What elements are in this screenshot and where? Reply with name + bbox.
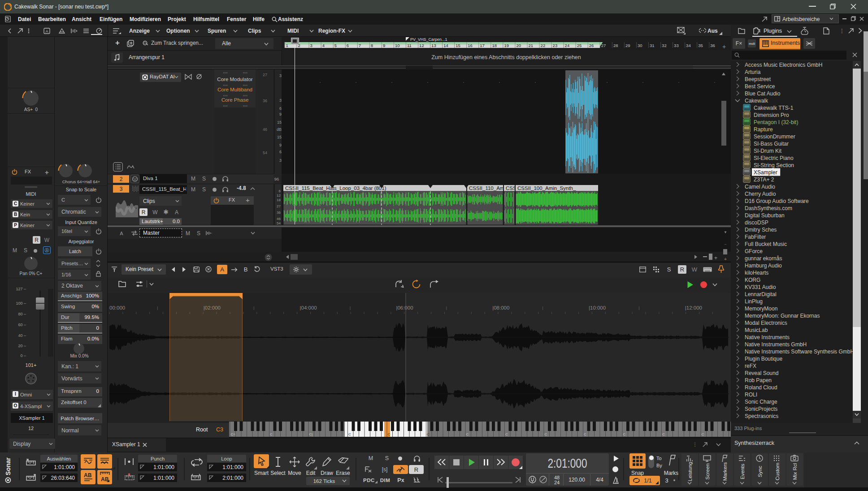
svg-text:25: 25	[577, 43, 582, 48]
svg-text:SI-Drum Kit: SI-Drum Kit	[754, 148, 782, 154]
svg-text:19: 19	[504, 43, 509, 48]
svg-text:6: 6	[347, 43, 349, 48]
svg-text:KV331 Audio: KV331 Audio	[745, 284, 776, 290]
svg-text:Rob Papen: Rob Papen	[745, 377, 772, 383]
svg-text:PV_VHS_Carpen...1: PV_VHS_Carpen...1	[410, 37, 447, 42]
svg-text:12: 12	[419, 43, 424, 48]
svg-text:|10:000: |10:000	[589, 305, 606, 310]
svg-text:Plugin Boutique: Plugin Boutique	[745, 356, 782, 362]
svg-text:Beepstreet: Beepstreet	[745, 76, 771, 82]
svg-text:16: 16	[468, 43, 473, 48]
svg-text:14: 14	[443, 43, 448, 48]
svg-text:XSampler: XSampler	[754, 169, 777, 176]
svg-text:CSS: CSS	[506, 185, 516, 191]
svg-text:Native Instruments Software Sy: Native Instruments Software Synthesis Gm…	[745, 349, 853, 355]
svg-text:SessionDrummer: SessionDrummer	[754, 134, 795, 140]
svg-text:gunnar ekornås: gunnar ekornås	[745, 255, 782, 262]
svg-text:Sonic Charge: Sonic Charge	[745, 399, 777, 405]
svg-text:KORG: KORG	[745, 277, 760, 283]
svg-text:Dmitry Sches: Dmitry Sches	[745, 227, 777, 233]
svg-text:31: 31	[650, 43, 655, 48]
svg-text:MusicLab: MusicLab	[745, 327, 768, 333]
svg-text:Camel Audio: Camel Audio	[745, 184, 775, 190]
svg-text:21: 21	[529, 43, 534, 48]
svg-text:4: 4	[322, 43, 325, 48]
svg-text:Access Music Electronics GmbH: Access Music Electronics GmbH	[745, 62, 822, 68]
svg-text:1: 1	[286, 43, 288, 48]
svg-text:MemoryMoon: Gunnar Ekornas: MemoryMoon: Gunnar Ekornas	[745, 313, 820, 319]
svg-text:Cherry Audio: Cherry Audio	[745, 191, 776, 197]
svg-text:FabFilter: FabFilter	[745, 234, 766, 240]
svg-text:C: C	[505, 432, 508, 436]
svg-text:Digital Suburban: Digital Suburban	[745, 212, 785, 219]
svg-text:AB: AB	[84, 472, 92, 478]
svg-text:CSSII_115_Beat_Hats_Loop_03_4b: CSSII_115_Beat_Hats_Loop_03_4bar (801)	[285, 185, 386, 191]
svg-text:C: C	[348, 432, 351, 436]
svg-text:SI-Electric Piano: SI-Electric Piano	[754, 155, 794, 161]
svg-text:Rapture: Rapture	[754, 126, 773, 133]
svg-text:reFX: reFX	[745, 363, 756, 369]
svg-text:Z3TA+ 2: Z3TA+ 2	[754, 177, 774, 183]
svg-text:15: 15	[456, 43, 460, 48]
svg-text:8: 8	[371, 43, 373, 48]
svg-text:Spectrasonics: Spectrasonics	[745, 413, 778, 419]
svg-text:5: 5	[334, 43, 337, 48]
svg-text:26: 26	[589, 43, 594, 48]
svg-text:Blue Cat Audio: Blue Cat Audio	[745, 90, 781, 97]
svg-text:22: 22	[541, 43, 546, 48]
svg-text:27: 27	[601, 43, 606, 48]
svg-text:18: 18	[492, 43, 497, 48]
svg-text:Cakewalk TTS-1: Cakewalk TTS-1	[754, 105, 794, 111]
svg-text:CSSII_100_Amin_Synth_: CSSII_100_Amin_Synth_	[517, 185, 576, 191]
svg-text:discoDSP: discoDSP	[745, 220, 768, 226]
svg-text:10: 10	[395, 43, 400, 48]
svg-text:C: C	[466, 432, 469, 436]
svg-text:Best Service: Best Service	[745, 83, 775, 90]
svg-text:C: C	[662, 432, 665, 436]
svg-text:C: C	[427, 432, 430, 436]
svg-text:Full Bucket Music: Full Bucket Music	[745, 241, 787, 247]
svg-text:SI-String Section: SI-String Section	[754, 162, 794, 168]
svg-text:Hamburg Audio: Hamburg Audio	[745, 263, 782, 269]
svg-text:C: C	[388, 432, 391, 436]
svg-text:SonicProjects: SonicProjects	[745, 406, 777, 412]
svg-text:C|: C|	[309, 432, 313, 436]
svg-text:Roland Cloud: Roland Cloud	[745, 384, 777, 391]
svg-text:kiloHearts: kiloHearts	[745, 270, 768, 276]
svg-text:Native Instruments GmbH: Native Instruments GmbH	[745, 341, 807, 348]
svg-text:Pentagon I (32-bit): Pentagon I (32-bit)	[754, 119, 798, 125]
svg-text:|08:000: |08:000	[492, 305, 509, 310]
svg-text:3: 3	[310, 43, 312, 48]
svg-text:9: 9	[383, 43, 385, 48]
svg-text:24: 24	[565, 43, 570, 48]
svg-text:C: C	[584, 432, 586, 436]
svg-text:LennarDigital: LennarDigital	[745, 291, 777, 297]
svg-text:A: A	[45, 29, 48, 34]
svg-text:|04:000: |04:000	[300, 305, 317, 310]
svg-text:Native Instruments: Native Instruments	[745, 334, 790, 340]
svg-text:C=: C=	[231, 432, 236, 436]
svg-text:Modal Electronics: Modal Electronics	[745, 320, 787, 326]
svg-text:35: 35	[698, 43, 703, 48]
svg-text:Arturia: Arturia	[745, 69, 761, 75]
svg-text:11: 11	[407, 43, 412, 48]
svg-text:SI-Bass Guitar: SI-Bass Guitar	[754, 141, 789, 147]
svg-text:23: 23	[553, 43, 558, 48]
svg-text:20: 20	[516, 43, 521, 48]
svg-text:Reveal Sound: Reveal Sound	[745, 370, 778, 376]
svg-text:LinPlug: LinPlug	[745, 298, 763, 305]
svg-text:D16 Group Audio Software: D16 Group Audio Software	[745, 198, 809, 204]
svg-text:33: 33	[674, 43, 679, 48]
svg-text:Dimension Pro: Dimension Pro	[754, 112, 789, 118]
svg-text:C: C	[702, 432, 704, 436]
svg-text:DashSynthesis.com: DashSynthesis.com	[745, 205, 792, 211]
svg-text:MemoryMoon: MemoryMoon	[745, 306, 777, 312]
svg-text:C: C	[270, 432, 273, 436]
svg-text:|06:000: |06:000	[396, 305, 413, 310]
svg-text:7: 7	[359, 43, 361, 48]
svg-text:C: C	[545, 432, 547, 436]
svg-text:32: 32	[662, 43, 667, 48]
svg-text:GForce: GForce	[745, 248, 763, 254]
svg-text:Cakewalk: Cakewalk	[745, 98, 768, 104]
svg-text:CSSII_110_Ami: CSSII_110_Ami	[469, 185, 505, 191]
